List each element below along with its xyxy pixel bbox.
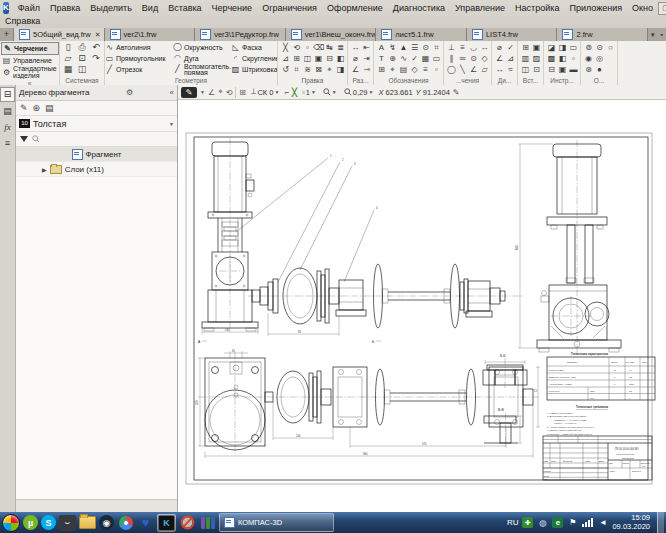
insert-tool-icon[interactable]: ⊞ [520,42,531,53]
layer-select[interactable]: ▫1▼ [300,87,318,98]
geometry-tool[interactable]: ▭Прямоугольник [105,53,173,64]
edit-tool-icon[interactable]: ◫ [302,53,313,64]
volume-tray-icon[interactable]: ◄ [597,517,608,528]
menu-item[interactable]: Ограничения [257,2,322,14]
target-snap-icon[interactable]: ⌖ [218,87,223,97]
edit-tool-icon[interactable]: ↹ [324,42,335,53]
annotation-tool-icon[interactable]: Т [376,53,387,64]
dimension-tool-icon[interactable]: ∠ [350,64,361,75]
fragment-tree-panel-icon[interactable]: ⊟ [0,87,15,102]
expand-arrow-icon[interactable]: ▶ [42,166,47,173]
tab-document[interactable]: ver2\1.frw [105,28,196,41]
system-tool-icon[interactable]: ↷ [89,53,103,64]
constraint-tool-icon[interactable]: ◇ [479,53,490,64]
drawing-canvas[interactable]: 1 2 3 4 240 85 А Б [178,100,666,512]
annotation-tool-icon[interactable]: ⊞ [376,64,387,75]
insert-tool-icon[interactable]: ⊡ [531,64,542,75]
annotation-tool-icon[interactable]: ☰ [409,42,420,53]
annotation-tool-icon[interactable]: ▤ [398,64,409,75]
annotation-tool-icon[interactable]: ↯ [387,42,398,53]
geometry-tool[interactable]: ◜Скругление [231,53,277,64]
grid-toggle-icon[interactable]: ⊞ [239,88,246,97]
menu-item[interactable]: Оформление [322,2,388,14]
menu-item[interactable]: Выделить [85,2,137,14]
other-tool-icon[interactable]: ⊚ [583,42,594,53]
system-tool-icon[interactable]: ▯ [61,42,75,53]
explorer-icon[interactable] [79,515,96,531]
edit-tool-icon[interactable]: ╳ [280,42,291,53]
ortho-mode-icon[interactable]: ⌐ [284,88,289,97]
tree-filter-row[interactable] [16,132,177,147]
annotation-tool-icon[interactable]: ▭ [431,53,442,64]
instrument-tool-icon[interactable]: ▫ [568,53,579,64]
other-tool-icon[interactable]: ◎ [594,53,605,64]
menu-item[interactable]: Вид [137,2,163,14]
geometry-tool[interactable]: ◠Дуга [173,53,231,64]
tab-document[interactable]: ver1\Внеш_оконч.frw [286,28,377,41]
blocked-app-icon[interactable] [179,515,196,531]
diagnostics-tool-icon[interactable]: ✓ [505,42,516,53]
annotation-tool-icon[interactable]: ∿ [398,53,409,64]
winrar-icon[interactable] [199,515,216,531]
instrument-tool-icon[interactable]: ▩ [546,53,557,64]
annotation-tool-icon[interactable]: ⊙ [420,42,431,53]
start-button[interactable] [2,514,20,532]
annotation-tool-icon[interactable]: ▲ [398,42,409,53]
diagnostics-tool-icon[interactable]: ∠ [494,53,505,64]
layout-toggle-icon[interactable]: ▢ [658,2,666,15]
insert-tool-icon[interactable]: ◫ [520,64,531,75]
language-indicator[interactable]: RU [507,518,519,527]
tab-list-icon[interactable]: ▾ [651,31,655,39]
edit-tool-icon[interactable]: ⟲ [291,42,302,53]
constraint-tool-icon[interactable]: ∥ [446,53,457,64]
style-pen-button[interactable]: ✎ [181,87,197,98]
layers-panel-icon[interactable]: ≡ [1,137,14,150]
parameters-panel-icon[interactable]: ▤ [1,105,14,118]
network-tray-icon[interactable] [582,518,593,527]
other-tool-icon[interactable]: ⊛ [583,64,594,75]
other-tool-icon[interactable]: ◉ [583,53,594,64]
diagnostics-tool-icon[interactable]: ⊿ [505,53,516,64]
dimension-tool-icon[interactable]: ↔ [350,42,361,53]
skype-icon[interactable]: S [41,515,56,530]
constraint-tool-icon[interactable]: ↔ [479,42,490,53]
dimension-tool-icon[interactable]: ⇥ [361,53,372,64]
geometry-tool[interactable]: ∿Автолиния [105,42,173,53]
zoom-fit-button[interactable]: ▼ [321,87,339,97]
active-window-taskbar-button[interactable]: КОМПАС-3D [219,513,334,532]
tab-document[interactable]: ver3\1Редуктор.frw [195,28,286,41]
tree-item-layers[interactable]: ▶ Слои (x11) [16,162,177,177]
mode-drawing-button[interactable]: ✎Черчение [1,42,59,55]
diagnostics-tool-icon[interactable]: ↔ [494,64,505,75]
menu-item[interactable]: Черчение [207,2,258,14]
menu-item[interactable]: Диагностика [388,2,450,14]
update-tray-icon[interactable]: ◍ [537,517,548,528]
show-desktop-button[interactable] [657,512,664,533]
dimension-tool-icon[interactable]: ⇤ [361,42,372,53]
clock[interactable]: 15:09 09.03.2020 [612,514,653,531]
annotation-tool-icon[interactable]: ≡ [420,64,431,75]
insert-tool-icon[interactable]: ▥ [520,53,531,64]
constraint-tool-icon[interactable]: ≡ [457,42,468,53]
constraint-tool-icon[interactable]: ◡ [468,42,479,53]
tab-document[interactable]: лист5.1.frw [376,28,467,41]
diagnostics-tool-icon[interactable]: ⌀ [494,42,505,53]
zoom-level-select[interactable]: 0,29▼ [342,87,376,98]
system-tool-icon[interactable]: ↶ [89,42,103,53]
constraint-tool-icon[interactable]: ╲ [457,64,468,75]
menu-item[interactable]: Файл [13,2,45,14]
menu-item[interactable]: Окно [627,2,658,14]
edit-tool-icon[interactable]: ▫ [302,42,313,53]
variables-panel-icon[interactable]: fx [1,121,14,134]
edit-tool-icon[interactable]: ↺ [280,64,291,75]
panel-settings-gear-icon[interactable]: ⚙ [126,88,133,97]
system-tool-icon[interactable]: ⊡ [75,53,89,64]
edit-tool-icon[interactable]: ⌖ [324,64,335,75]
instrument-tool-icon[interactable]: ◧ [557,53,568,64]
geometry-tool[interactable]: ▨Штриховка [231,64,277,75]
constraint-tool-icon[interactable]: ═ [457,53,468,64]
annotation-tool-icon[interactable]: ⌖ [387,64,398,75]
instrument-tool-icon[interactable]: ▣ [557,64,568,75]
geometry-tool[interactable]: ◺Фаска [231,42,277,53]
objects-filter-icon[interactable]: ⊛ [33,103,41,113]
